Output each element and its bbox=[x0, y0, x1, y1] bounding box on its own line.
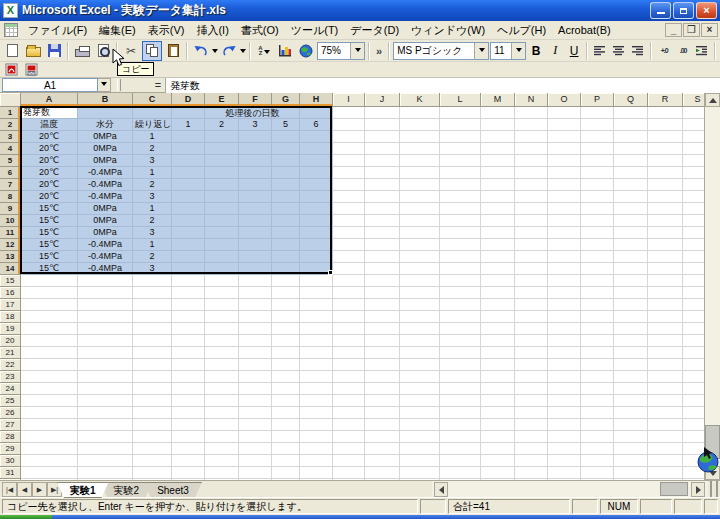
cell-G29[interactable] bbox=[272, 443, 300, 455]
cell-G28[interactable] bbox=[272, 431, 300, 443]
cell-H30[interactable] bbox=[300, 455, 333, 467]
tab-split-handle[interactable] bbox=[710, 481, 718, 498]
cell-M16[interactable] bbox=[481, 287, 515, 299]
menu-item-6[interactable]: データ(D) bbox=[344, 22, 405, 38]
next-sheet-button[interactable]: ▶ bbox=[32, 482, 47, 497]
cell-A29[interactable] bbox=[21, 443, 78, 455]
cell-H15[interactable] bbox=[300, 275, 333, 287]
cell-S11[interactable] bbox=[683, 227, 705, 239]
cell-H8[interactable] bbox=[300, 191, 333, 203]
cell-A14[interactable]: 15℃ bbox=[21, 263, 78, 275]
cell-P5[interactable] bbox=[581, 155, 614, 167]
cell-N31[interactable] bbox=[515, 467, 548, 479]
cell-J16[interactable] bbox=[365, 287, 400, 299]
cell-I20[interactable] bbox=[333, 335, 365, 347]
print-button[interactable] bbox=[72, 41, 92, 61]
cell-E27[interactable] bbox=[205, 419, 239, 431]
cell-A13[interactable]: 15℃ bbox=[21, 251, 78, 263]
cell-P11[interactable] bbox=[581, 227, 614, 239]
sort-ascending-button[interactable]: AZ bbox=[254, 41, 274, 61]
cell-P3[interactable] bbox=[581, 131, 614, 143]
cell-J5[interactable] bbox=[365, 155, 400, 167]
cell-E17[interactable] bbox=[205, 299, 239, 311]
cell-I8[interactable] bbox=[333, 191, 365, 203]
cell-Q21[interactable] bbox=[614, 347, 648, 359]
column-header-Q[interactable]: Q bbox=[614, 93, 648, 107]
cell-H20[interactable] bbox=[300, 335, 333, 347]
cell-O18[interactable] bbox=[548, 311, 581, 323]
cell-A1[interactable]: 発芽数 bbox=[21, 107, 78, 119]
cell-N10[interactable] bbox=[515, 215, 548, 227]
cell-I7[interactable] bbox=[333, 179, 365, 191]
cell-K20[interactable] bbox=[400, 335, 440, 347]
cell-O28[interactable] bbox=[548, 431, 581, 443]
cell-E14[interactable] bbox=[205, 263, 239, 275]
cell-Q29[interactable] bbox=[614, 443, 648, 455]
cell-B20[interactable] bbox=[78, 335, 133, 347]
cell-R14[interactable] bbox=[648, 263, 683, 275]
cell-M7[interactable] bbox=[481, 179, 515, 191]
cell-P19[interactable] bbox=[581, 323, 614, 335]
cell-A24[interactable] bbox=[21, 383, 78, 395]
cell-C11[interactable]: 3 bbox=[133, 227, 172, 239]
cell-C20[interactable] bbox=[133, 335, 172, 347]
cell-Q30[interactable] bbox=[614, 455, 648, 467]
cell-M13[interactable] bbox=[481, 251, 515, 263]
cell-D20[interactable] bbox=[172, 335, 205, 347]
cell-B14[interactable]: -0.4MPa bbox=[78, 263, 133, 275]
cell-G18[interactable] bbox=[272, 311, 300, 323]
cell-Q20[interactable] bbox=[614, 335, 648, 347]
cell-N22[interactable] bbox=[515, 359, 548, 371]
cell-M3[interactable] bbox=[481, 131, 515, 143]
cell-B2[interactable]: 水分 bbox=[78, 119, 133, 131]
cell-B29[interactable] bbox=[78, 443, 133, 455]
cell-P24[interactable] bbox=[581, 383, 614, 395]
cell-M17[interactable] bbox=[481, 299, 515, 311]
cell-D6[interactable] bbox=[172, 167, 205, 179]
cell-C19[interactable] bbox=[133, 323, 172, 335]
italic-button[interactable]: I bbox=[546, 44, 564, 58]
doc-close-button[interactable]: × bbox=[701, 23, 718, 37]
cell-B27[interactable] bbox=[78, 419, 133, 431]
cell-R4[interactable] bbox=[648, 143, 683, 155]
cell-K26[interactable] bbox=[400, 407, 440, 419]
cell-J25[interactable] bbox=[365, 395, 400, 407]
cell-I28[interactable] bbox=[333, 431, 365, 443]
font-combobox[interactable]: MS Pゴシック bbox=[393, 42, 489, 60]
cell-L4[interactable] bbox=[440, 143, 481, 155]
cell-B8[interactable]: -0.4MPa bbox=[78, 191, 133, 203]
cell-Q12[interactable] bbox=[614, 239, 648, 251]
cell-P25[interactable] bbox=[581, 395, 614, 407]
cell-Q7[interactable] bbox=[614, 179, 648, 191]
cell-B21[interactable] bbox=[78, 347, 133, 359]
cell-O21[interactable] bbox=[548, 347, 581, 359]
cell-K19[interactable] bbox=[400, 323, 440, 335]
cell-P22[interactable] bbox=[581, 359, 614, 371]
cell-P13[interactable] bbox=[581, 251, 614, 263]
cell-D13[interactable] bbox=[172, 251, 205, 263]
cell-C2[interactable]: 繰り返し bbox=[133, 119, 172, 131]
cell-B25[interactable] bbox=[78, 395, 133, 407]
cell-M8[interactable] bbox=[481, 191, 515, 203]
cell-N2[interactable] bbox=[515, 119, 548, 131]
cell-I9[interactable] bbox=[333, 203, 365, 215]
row-header-7[interactable]: 7 bbox=[0, 179, 21, 191]
cell-L13[interactable] bbox=[440, 251, 481, 263]
cell-K7[interactable] bbox=[400, 179, 440, 191]
cell-M11[interactable] bbox=[481, 227, 515, 239]
column-header-N[interactable]: N bbox=[515, 93, 548, 107]
restore-button[interactable] bbox=[673, 2, 694, 19]
cell-L19[interactable] bbox=[440, 323, 481, 335]
cell-K23[interactable] bbox=[400, 371, 440, 383]
cell-S25[interactable] bbox=[683, 395, 705, 407]
cell-R11[interactable] bbox=[648, 227, 683, 239]
cell-O10[interactable] bbox=[548, 215, 581, 227]
cell-F18[interactable] bbox=[239, 311, 272, 323]
cell-S8[interactable] bbox=[683, 191, 705, 203]
first-sheet-button[interactable]: |◀ bbox=[2, 482, 17, 497]
cell-D27[interactable] bbox=[172, 419, 205, 431]
cell-B9[interactable]: 0MPa bbox=[78, 203, 133, 215]
cell-O31[interactable] bbox=[548, 467, 581, 479]
cell-C6[interactable]: 1 bbox=[133, 167, 172, 179]
cell-L11[interactable] bbox=[440, 227, 481, 239]
